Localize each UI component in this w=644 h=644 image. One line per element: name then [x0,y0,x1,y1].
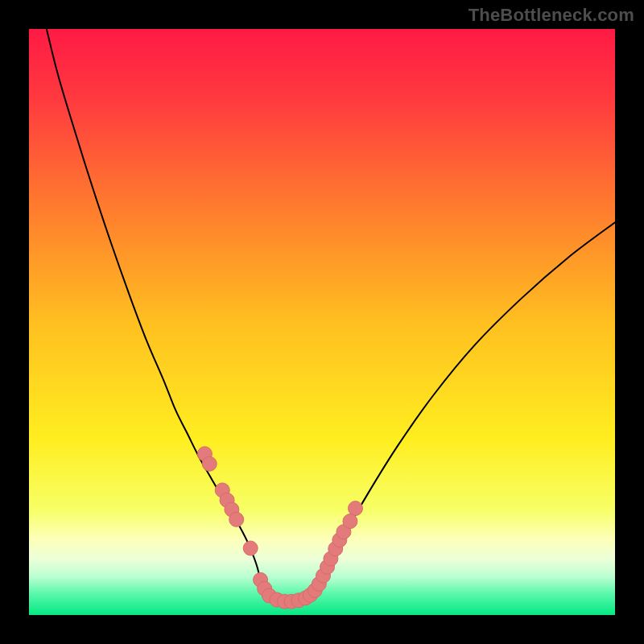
data-point [349,502,363,516]
plot-background [29,29,615,615]
data-point [243,541,258,555]
data-point [202,456,217,471]
chart-frame: TheBottleneck.com [0,0,644,644]
data-point [229,512,244,526]
bottleneck-chart [0,0,644,644]
data-point [343,514,357,529]
watermark-text: TheBottleneck.com [469,5,634,26]
